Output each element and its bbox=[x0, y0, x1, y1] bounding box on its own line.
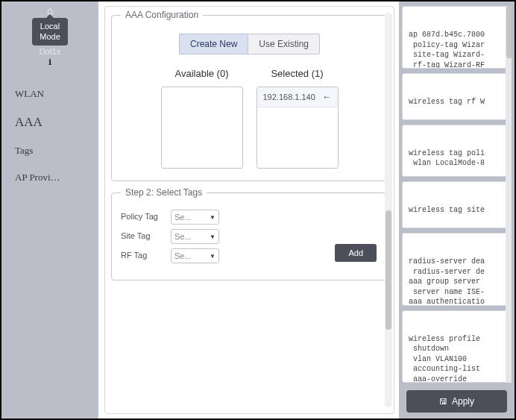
left-sidebar: ⌂ Local Mode Dot1x ℹ WLAN AAA Tags AP Pr… bbox=[1, 1, 98, 419]
chevron-down-icon: ▼ bbox=[210, 253, 215, 260]
available-column: Available (0) bbox=[161, 68, 243, 169]
cli-text: wireless profile shutdown vlan VLAN100 a… bbox=[409, 334, 506, 383]
cli-snippet[interactable]: radius-server dea radius-server de aaa g… bbox=[402, 233, 512, 305]
add-button[interactable]: Add bbox=[335, 244, 377, 262]
available-listbox[interactable] bbox=[161, 87, 243, 169]
cli-preview-panel: ap 687d.b45c.7800 policy-tag Wizar site-… bbox=[399, 1, 515, 419]
nav-item-tags[interactable]: Tags bbox=[15, 137, 98, 164]
mode-sublabel: Dot1x bbox=[40, 47, 61, 56]
nav-item-ap-provisioning[interactable]: AP Provi… bbox=[15, 164, 98, 191]
tab-create-new[interactable]: Create New bbox=[179, 34, 248, 54]
site-tag-row: Site Tag Se... ▼ bbox=[121, 229, 378, 244]
main-scrollbar[interactable] bbox=[385, 13, 392, 407]
cli-snippet[interactable]: wireless tag rf W ◄► bbox=[402, 73, 512, 120]
list-item[interactable]: 192.168.1.140 ← bbox=[257, 87, 338, 107]
rf-tag-value: Se... bbox=[174, 251, 192, 260]
cli-snippet[interactable]: ap 687d.b45c.7800 policy-tag Wizar site-… bbox=[402, 6, 512, 69]
tab-use-existing[interactable]: Use Existing bbox=[248, 34, 320, 54]
cli-scroll-area: ap 687d.b45c.7800 policy-tag Wizar site-… bbox=[402, 6, 512, 383]
site-tag-label: Site Tag bbox=[121, 231, 162, 241]
nav-item-aaa[interactable]: AAA bbox=[15, 107, 98, 137]
chevron-down-icon: ▼ bbox=[210, 214, 215, 221]
mode-tooltip: Local Mode bbox=[32, 18, 68, 46]
rf-tag-label: RF Tag bbox=[121, 251, 162, 260]
available-title: Available (0) bbox=[174, 68, 228, 79]
cli-text: wireless tag poli wlan LocalMode-8 bbox=[409, 148, 506, 169]
selected-column: Selected (1) 192.168.1.140 ← bbox=[257, 68, 339, 169]
selected-title: Selected (1) bbox=[271, 68, 323, 79]
app-root: ⌂ Local Mode Dot1x ℹ WLAN AAA Tags AP Pr… bbox=[0, 0, 516, 420]
nav-item-wlan[interactable]: WLAN bbox=[15, 81, 98, 107]
aaa-legend: AAA Configuration bbox=[121, 10, 203, 20]
rf-tag-select[interactable]: Se... ▼ bbox=[171, 248, 219, 263]
scrollbar-thumb[interactable] bbox=[386, 210, 391, 330]
policy-tag-label: Policy Tag bbox=[121, 212, 162, 222]
move-left-icon[interactable]: ← bbox=[323, 92, 332, 102]
policy-tag-row: Policy Tag Se... ▼ bbox=[121, 210, 378, 225]
cli-snippet[interactable]: wireless tag poli wlan LocalMode-8 ◄► bbox=[402, 125, 512, 177]
cli-text: wireless tag rf W bbox=[409, 97, 506, 107]
chevron-down-icon: ▼ bbox=[210, 233, 215, 240]
tooltip-line1: Local bbox=[40, 21, 60, 31]
list-item-label: 192.168.1.140 bbox=[263, 93, 315, 101]
policy-tag-value: Se... bbox=[174, 213, 192, 222]
aaa-tab-group: Create New Use Existing bbox=[121, 34, 378, 54]
cli-snippet[interactable]: wireless tag site ◄► bbox=[402, 181, 512, 228]
apply-button[interactable]: 🖫 Apply bbox=[406, 390, 507, 413]
save-icon: 🖫 bbox=[439, 397, 447, 406]
cli-text: ap 687d.b45c.7800 policy-tag Wizar site-… bbox=[409, 30, 506, 69]
apply-label: Apply bbox=[452, 396, 474, 407]
main-panel: AAA Configuration Create New Use Existin… bbox=[98, 1, 399, 419]
aaa-config-fieldset: AAA Configuration Create New Use Existin… bbox=[111, 10, 388, 181]
info-icon[interactable]: ℹ bbox=[48, 57, 51, 67]
policy-tag-select[interactable]: Se... ▼ bbox=[171, 210, 219, 225]
step2-legend: Step 2: Select Tags bbox=[121, 187, 207, 198]
site-tag-value: Se... bbox=[174, 232, 192, 241]
cli-snippet[interactable]: wireless profile shutdown vlan VLAN100 a… bbox=[402, 310, 512, 383]
step2-fieldset: Step 2: Select Tags Policy Tag Se... ▼ S… bbox=[111, 187, 388, 280]
dual-list: Available (0) Selected (1) 192.168.1.140… bbox=[121, 68, 378, 169]
scrollbar-thumb[interactable] bbox=[506, 6, 512, 58]
right-scrollbar[interactable] bbox=[506, 6, 512, 383]
selected-listbox[interactable]: 192.168.1.140 ← bbox=[257, 87, 339, 169]
cli-text: wireless tag site bbox=[409, 205, 506, 216]
cli-text: radius-server dea radius-server de aaa g… bbox=[409, 257, 506, 305]
site-tag-select[interactable]: Se... ▼ bbox=[171, 229, 219, 244]
nav-list: WLAN AAA Tags AP Provi… bbox=[1, 81, 98, 191]
tooltip-line2: Mode bbox=[40, 31, 60, 42]
main-inner: AAA Configuration Create New Use Existin… bbox=[104, 6, 394, 414]
